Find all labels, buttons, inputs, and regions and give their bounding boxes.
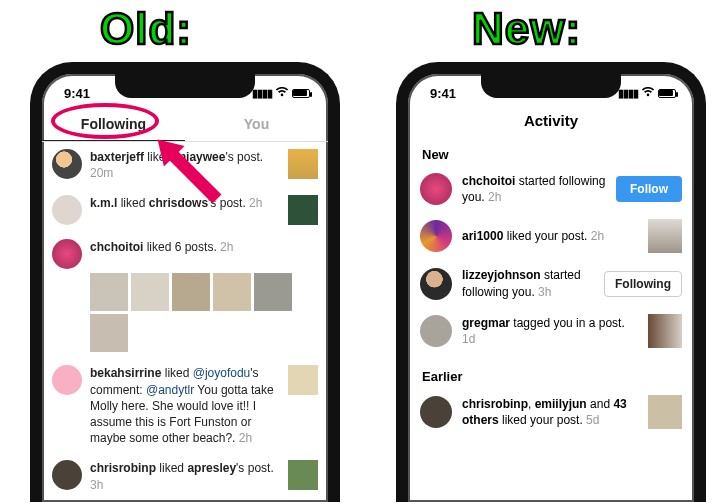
- avatar[interactable]: [52, 460, 82, 490]
- battery-icon: [292, 89, 310, 98]
- activity-text: ari1000 liked your post. 2h: [462, 228, 638, 244]
- status-time: 9:41: [64, 86, 90, 101]
- signal-icon: ▮▮▮▮: [618, 87, 638, 100]
- post-thumb[interactable]: [172, 273, 210, 311]
- activity-text: chrisrobinp, emiilyjun and 43 others lik…: [462, 396, 638, 428]
- following-button[interactable]: Following: [604, 271, 682, 297]
- heading-old: Old:: [100, 4, 192, 54]
- wifi-icon: [275, 86, 289, 100]
- avatar[interactable]: [420, 396, 452, 428]
- activity-text: chchoitoi started following you. 2h: [462, 173, 606, 205]
- avatar[interactable]: [52, 365, 82, 395]
- post-thumb[interactable]: [131, 273, 169, 311]
- notch: [115, 74, 255, 98]
- activity-text: bekahsirrine liked @joyofodu's comment: …: [90, 365, 280, 446]
- post-thumb[interactable]: [288, 149, 318, 179]
- post-thumb[interactable]: [288, 460, 318, 490]
- list-item[interactable]: chrisrobinp liked apresley's post. 3h: [42, 453, 328, 499]
- activity-text: lizzeyjohnson started following you. 3h: [462, 267, 594, 299]
- heading-new: New:: [472, 4, 581, 54]
- list-item[interactable]: chchoitoi liked 6 posts. 2h: [42, 232, 328, 271]
- section-heading-earlier: Earlier: [408, 355, 694, 388]
- avatar[interactable]: [52, 239, 82, 269]
- wifi-icon: [641, 86, 655, 100]
- list-item[interactable]: chchoitoi started following you. 2h Foll…: [408, 166, 694, 212]
- annotation-circle: [51, 103, 159, 139]
- avatar[interactable]: [420, 268, 452, 300]
- activity-text: chrisrobinp liked apresley's post. 3h: [90, 460, 280, 492]
- signal-icon: ▮▮▮▮: [252, 87, 272, 100]
- post-thumb[interactable]: [90, 273, 128, 311]
- avatar[interactable]: [52, 195, 82, 225]
- list-item[interactable]: bekahsirrine liked @joyofodu's comment: …: [42, 358, 328, 453]
- annotation-arrow-icon: [154, 136, 226, 208]
- battery-icon: [658, 89, 676, 98]
- list-item[interactable]: lizzeyjohnson started following you. 3h …: [408, 260, 694, 306]
- phone-new: 9:41 ▮▮▮▮ Activity New chchoitoi started…: [396, 62, 706, 502]
- avatar[interactable]: [420, 315, 452, 347]
- status-icons: ▮▮▮▮: [618, 86, 676, 100]
- avatar[interactable]: [420, 220, 452, 252]
- activity-text: gregmar tagged you in a post. 1d: [462, 315, 638, 347]
- list-item[interactable]: gregmar tagged you in a post. 1d: [408, 307, 694, 355]
- page-title: Activity: [408, 106, 694, 139]
- post-thumb[interactable]: [90, 314, 128, 352]
- status-icons: ▮▮▮▮: [252, 86, 310, 100]
- notch: [481, 74, 621, 98]
- avatar[interactable]: [420, 173, 452, 205]
- post-thumb[interactable]: [648, 219, 682, 253]
- post-thumb[interactable]: [288, 195, 318, 225]
- post-thumb[interactable]: [648, 314, 682, 348]
- post-thumb[interactable]: [648, 395, 682, 429]
- list-item[interactable]: chrisrobinp, emiilyjun and 43 others lik…: [408, 388, 694, 436]
- list-item[interactable]: ari1000 liked your post. 2h: [408, 212, 694, 260]
- post-thumb-row: [42, 271, 328, 358]
- section-heading-new: New: [408, 139, 694, 166]
- post-thumb[interactable]: [213, 273, 251, 311]
- status-time: 9:41: [430, 86, 456, 101]
- avatar[interactable]: [52, 149, 82, 179]
- post-thumb[interactable]: [254, 273, 292, 311]
- post-thumb[interactable]: [288, 365, 318, 395]
- activity-text: chchoitoi liked 6 posts. 2h: [90, 239, 318, 255]
- phone-old: 9:41 ▮▮▮▮ Following You baxterjeff liked…: [30, 62, 340, 502]
- follow-button[interactable]: Follow: [616, 176, 682, 202]
